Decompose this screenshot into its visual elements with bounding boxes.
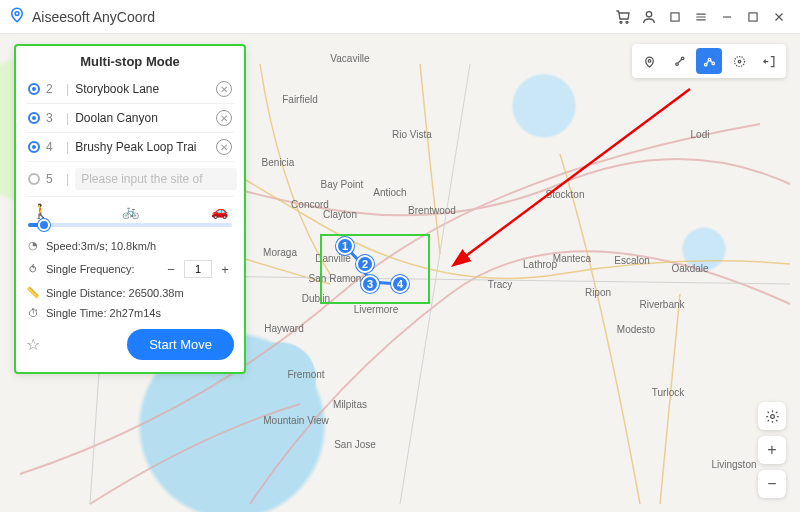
mode-multi-stop-icon[interactable] — [696, 48, 722, 74]
stop-row[interactable]: 2 | Storybook Lane ✕ — [26, 75, 234, 104]
freq-minus-button[interactable]: − — [162, 260, 180, 278]
zoom-out-button[interactable]: − — [758, 470, 786, 498]
frequency-label: Single Frequency: — [46, 263, 135, 275]
mode-exit-icon[interactable] — [756, 48, 782, 74]
svg-point-1 — [620, 21, 622, 23]
stop-radio-icon[interactable] — [28, 173, 40, 185]
travel-bike-icon[interactable]: 🚲 — [122, 203, 139, 219]
svg-point-10 — [704, 63, 707, 66]
time-label: Single Time: 2h27m14s — [46, 307, 161, 319]
stop-row[interactable]: 3 | Doolan Canyon ✕ — [26, 104, 234, 133]
mode-joystick-icon[interactable] — [726, 48, 752, 74]
map-waypoint-4[interactable]: 4 — [391, 275, 409, 293]
stop-number: 3 — [46, 111, 60, 125]
frequency-row: ⥀ Single Frequency: − + — [26, 256, 234, 282]
stop-name-label: Brushy Peak Loop Trai — [75, 140, 210, 154]
stop-number: 4 — [46, 140, 60, 154]
svg-point-15 — [770, 414, 774, 418]
menu-icon[interactable] — [688, 4, 714, 30]
svg-point-12 — [712, 62, 715, 65]
user-icon[interactable] — [636, 4, 662, 30]
map-settings-icon[interactable] — [758, 402, 786, 430]
travel-walk-icon[interactable]: 🚶 — [32, 203, 49, 219]
speed-slider[interactable] — [28, 223, 232, 227]
svg-point-14 — [738, 60, 741, 63]
svg-point-2 — [626, 21, 628, 23]
svg-rect-4 — [671, 12, 679, 20]
app-logo-icon — [8, 6, 26, 28]
freq-plus-button[interactable]: + — [216, 260, 234, 278]
zoom-controls: + − — [758, 402, 786, 498]
mode-one-stop-icon[interactable] — [666, 48, 692, 74]
travel-car-icon[interactable]: 🚗 — [211, 203, 228, 219]
stop-row[interactable]: 5 | — [26, 162, 234, 197]
stop-number: 2 — [46, 82, 60, 96]
svg-point-3 — [646, 11, 651, 16]
stop-name-label: Doolan Canyon — [75, 111, 210, 125]
frequency-icon: ⥀ — [26, 263, 40, 276]
start-move-button[interactable]: Start Move — [127, 329, 234, 360]
speedometer-icon: ◔ — [26, 239, 40, 252]
stop-name-label: Storybook Lane — [75, 82, 210, 96]
mode-modify-location-icon[interactable] — [636, 48, 662, 74]
window-close-icon[interactable] — [766, 4, 792, 30]
app-title: Aiseesoft AnyCoord — [32, 9, 155, 25]
distance-row: 📏 Single Distance: 26500.38m — [26, 282, 234, 303]
stop-row[interactable]: 4 | Brushy Peak Loop Trai ✕ — [26, 133, 234, 162]
freq-value-input[interactable] — [184, 260, 212, 278]
panel-footer: ☆ Start Move — [26, 329, 234, 360]
clear-stop-icon[interactable]: ✕ — [216, 81, 232, 97]
favorite-icon[interactable]: ☆ — [26, 335, 40, 354]
stop-radio-icon[interactable] — [28, 112, 40, 124]
titlebar: Aiseesoft AnyCoord — [0, 0, 800, 34]
window-minimize-icon[interactable] — [714, 4, 740, 30]
map-waypoint-3[interactable]: 3 — [361, 275, 379, 293]
svg-point-9 — [681, 57, 684, 60]
zoom-in-button[interactable]: + — [758, 436, 786, 464]
svg-point-8 — [675, 62, 678, 65]
stop-radio-icon[interactable] — [28, 83, 40, 95]
speed-row: ◔ Speed:3m/s; 10.8km/h — [26, 235, 234, 256]
map-waypoint-1[interactable]: 1 — [336, 237, 354, 255]
svg-point-0 — [15, 11, 19, 15]
clock-icon: ⏱ — [26, 307, 40, 319]
stop-input[interactable] — [75, 168, 237, 190]
stop-radio-icon[interactable] — [28, 141, 40, 153]
travel-mode-row: 🚶 🚲 🚗 — [26, 197, 234, 219]
slider-thumb[interactable] — [38, 219, 50, 231]
cart-icon[interactable] — [610, 4, 636, 30]
time-row: ⏱ Single Time: 2h27m14s — [26, 303, 234, 323]
clear-stop-icon[interactable]: ✕ — [216, 110, 232, 126]
frequency-stepper: − + — [162, 260, 234, 278]
panel-title: Multi-stop Mode — [26, 54, 234, 69]
multistop-panel: Multi-stop Mode 2 | Storybook Lane ✕ 3 |… — [14, 44, 246, 374]
ruler-icon: 📏 — [26, 286, 40, 299]
svg-rect-5 — [749, 12, 757, 20]
map-area[interactable]: Vacaville Fairfield Rio Vista Galt Lodi … — [0, 34, 800, 512]
window-maximize-icon[interactable] — [740, 4, 766, 30]
clear-stop-icon[interactable]: ✕ — [216, 139, 232, 155]
svg-point-11 — [708, 58, 711, 61]
svg-point-7 — [648, 59, 651, 62]
window-restore-icon[interactable] — [662, 4, 688, 30]
mode-toolbar — [632, 44, 786, 78]
svg-point-13 — [734, 56, 744, 66]
map-waypoint-2[interactable]: 2 — [356, 255, 374, 273]
speed-label: Speed:3m/s; 10.8km/h — [46, 240, 156, 252]
stop-number: 5 — [46, 172, 60, 186]
distance-label: Single Distance: 26500.38m — [46, 287, 184, 299]
